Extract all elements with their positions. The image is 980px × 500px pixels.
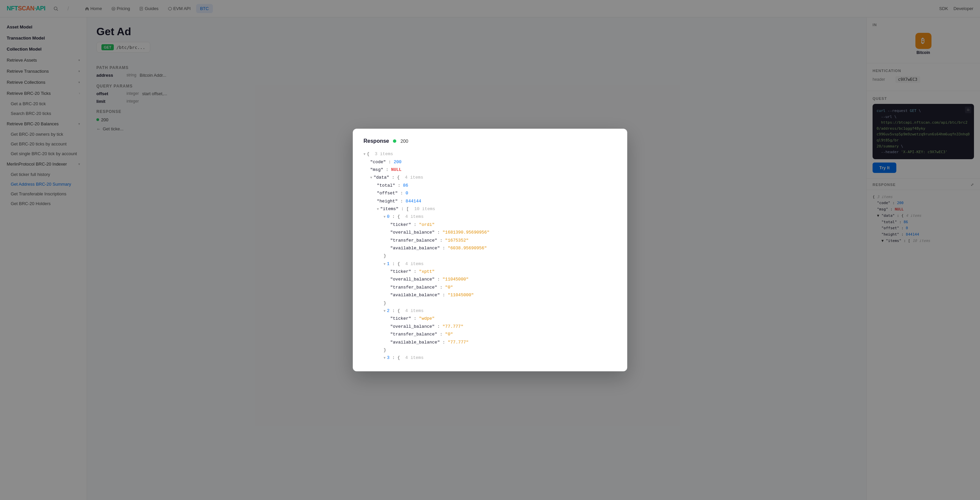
modal-title: Response <box>363 138 389 144</box>
modal-status-code: 200 <box>400 138 408 144</box>
modal: Response 200 ▼{ 3 items "code" : 200 "ms… <box>353 129 627 371</box>
modal-overlay[interactable]: Response 200 ▼{ 3 items "code" : 200 "ms… <box>0 0 980 500</box>
json-viewer: ▼{ 3 items "code" : 200 "msg" : NULL ▼"d… <box>363 150 617 362</box>
modal-status-dot <box>393 139 396 143</box>
modal-header: Response 200 <box>363 138 617 144</box>
